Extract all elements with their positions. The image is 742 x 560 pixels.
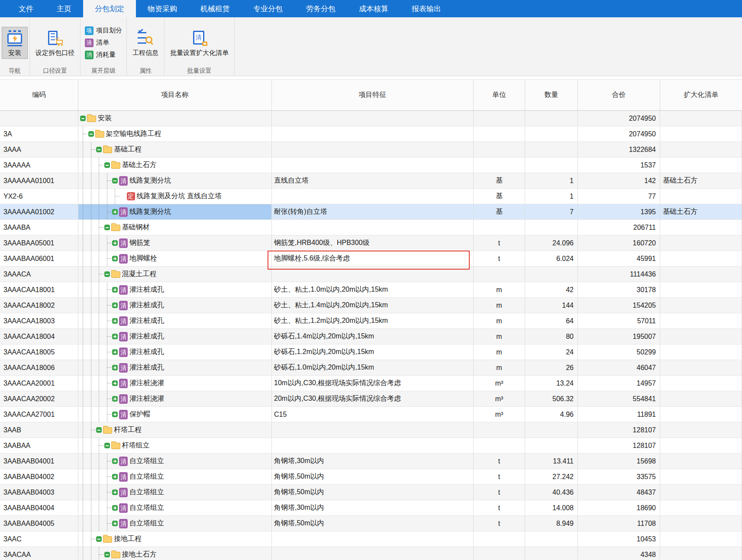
cell-expanded-list [660,313,742,328]
cell-feature: 砂土、粘土,1.0m以内,20m以内,15km [272,282,474,297]
table-row[interactable]: 安装2074950 [0,111,742,126]
expand-plus-icon[interactable] [112,521,118,526]
table-row[interactable]: 3AAACAA18001清灌注桩成孔砂土、粘土,1.0m以内,20m以内,15k… [0,282,742,298]
table-row[interactable]: 3AABAAB04005清自立塔组立角钢塔,50m以内t8.94911708 [0,516,742,531]
column-header-feature[interactable]: 项目特征 [272,80,474,110]
cell-total-price: 128107 [578,422,660,438]
expand-plus-icon[interactable] [112,334,118,339]
expand-plus-icon[interactable] [112,303,118,308]
cell-total-price: 2074950 [578,126,660,142]
table-row[interactable]: 3AABAAB04001清自立塔组立角钢塔,30m以内t13.41115698 [0,454,742,469]
table-row[interactable]: 3A架空输电线路工程2074950 [0,126,742,142]
table-row[interactable]: 3AABAAB04003清自立塔组立角钢塔,50m以内t40.43648437 [0,485,742,500]
collapse-minus-icon[interactable] [112,178,118,183]
tab-material-purchase[interactable]: 物资采购 [136,0,189,17]
table-row[interactable]: 3AAACAA20002清灌注桩浇灌20m以内,C30,根据现场实际情况综合考虑… [0,391,742,407]
expand-plus-icon[interactable] [112,240,118,246]
feature-text: 角钢塔,30m以内 [274,503,324,512]
price-text: 2074950 [629,115,656,122]
table-row[interactable]: 3AABAA杆塔组立128107 [0,438,742,454]
expand-plus-icon[interactable] [112,380,118,386]
table-row[interactable]: 3AAACAA18006清灌注桩成孔砂砾石,1.0m以内,20m以内,15kmm… [0,360,742,376]
collapse-minus-icon[interactable] [104,162,110,168]
expand-plus-icon[interactable] [112,505,118,511]
expand-plus-icon[interactable] [112,349,118,355]
quantity-text: 64 [566,317,574,325]
expand-plus-icon[interactable] [112,209,118,215]
collapse-minus-icon[interactable] [104,443,110,448]
collapse-minus-icon[interactable] [96,536,102,542]
tab-cost-accounting[interactable]: 成本核算 [347,0,400,17]
table-row[interactable]: 3AACAA接地土石方4348 [0,547,742,560]
expand-plus-icon[interactable] [112,287,118,293]
collapse-minus-icon[interactable] [96,427,102,433]
collapse-minus-icon[interactable] [104,225,110,230]
tab-file[interactable]: 文件 [7,0,45,17]
column-header-name[interactable]: 项目名称 [78,80,272,110]
cell-code [0,111,78,126]
tab-machine-rental[interactable]: 机械租赁 [189,0,242,17]
folder-icon [103,147,112,153]
cell-quantity: 24.096 [525,235,578,251]
tab-professional-subcontract[interactable]: 专业分包 [242,0,294,17]
table-row[interactable]: 3AAA基础工程1322684 [0,142,742,158]
table-row[interactable]: YX2-6定线路复测及分坑 直线自立塔基177 [0,189,742,204]
column-header-label-unit: 单位 [492,90,506,100]
list-label: 清单 [96,39,109,47]
table-row[interactable]: 3AAAAAA01002清线路复测分坑耐张(转角)自立塔基71395基础土石方 [0,204,742,220]
column-header-qty[interactable]: 数量 [525,80,578,110]
project-division-button[interactable]: 项项目划分 [85,26,122,35]
table-row[interactable]: 3AAACAA18003清灌注桩成孔砂土、粘土,1.2m以内,20m以内,15k… [0,313,742,329]
column-header-ext[interactable]: 扩大化清单 [660,80,742,110]
expand-plus-icon[interactable] [112,365,118,370]
set-unpack-caliber-button[interactable]: 设定拆包口径 [32,27,78,59]
collapse-minus-icon[interactable] [104,552,110,557]
table-row[interactable]: 3AAACAA27001清保护帽C15m³4.9611891 [0,407,742,422]
install-button[interactable]: 安装 [2,27,28,59]
expand-plus-icon[interactable] [112,474,118,480]
collapse-minus-icon[interactable] [80,116,86,121]
tab-home[interactable]: 主页 [45,0,83,17]
table-row[interactable]: 3AABAAB04004清自立塔组立角钢塔,30m以内t14.00818690 [0,500,742,516]
expand-plus-icon[interactable] [112,412,118,417]
expand-plus-icon[interactable] [112,396,118,402]
tab-report-output[interactable]: 报表输出 [400,0,453,17]
table-row[interactable]: 3AAB杆塔工程128107 [0,422,742,438]
cell-expanded-list [660,531,742,547]
column-header-code[interactable]: 编码 [0,80,78,110]
column-header-unit[interactable]: 单位 [474,80,525,110]
table-row[interactable]: 3AAACAA20001清灌注桩浇灌10m以内,C30,根据现场实际情况综合考虑… [0,376,742,391]
table-row[interactable]: 3AAAAA基础土石方1537 [0,158,742,173]
consumption-button[interactable]: 消消耗量 [85,51,122,59]
expand-plus-icon[interactable] [112,458,118,464]
table-row[interactable]: 3AAAAAA01001清线路复测分坑直线自立塔基1142基础土石方 [0,173,742,189]
table-row[interactable]: 3AAACAA18002清灌注桩成孔砂土、粘土,1.4m以内,20m以内,15k… [0,298,742,313]
expand-plus-icon[interactable] [112,256,118,261]
cell-quantity [525,111,578,126]
collapse-minus-icon[interactable] [88,131,94,137]
table-row[interactable]: 3AAABA基础钢材206711 [0,220,742,235]
collapse-minus-icon[interactable] [96,147,102,152]
expand-plus-icon[interactable] [112,489,118,495]
qing-list-icon: 清 [119,410,128,419]
table-row[interactable]: 3AAACA混凝土工程1114436 [0,267,742,282]
table-row[interactable]: 3AAC接地工程10453 [0,531,742,547]
tab-subcontract-division[interactable]: 分包划定 [83,0,136,17]
cell-feature [272,547,474,560]
collapse-minus-icon[interactable] [104,271,110,277]
expand-plus-icon[interactable] [112,318,118,324]
tab-labor-subcontract[interactable]: 劳务分包 [294,0,347,17]
batch-set-expanded-list-button[interactable]: 清批量设置扩大化清单 [166,27,232,59]
table-row[interactable]: 3AAABAA06001清地脚螺栓地脚螺栓,5.6级,综合考虑t6.024459… [0,251,742,267]
cell-expanded-list [660,282,742,297]
feature-text: 砂土、粘土,1.4m以内,20m以内,15km [274,301,388,310]
cell-expanded-list [660,220,742,235]
column-header-price[interactable]: 合价 [578,80,660,110]
table-row[interactable]: 3AAACAA18005清灌注桩成孔砂砾石,1.2m以内,20m以内,15kmm… [0,344,742,360]
qing-list-icon: 清 [119,363,128,373]
list-button[interactable]: 清清单 [85,39,122,47]
table-row[interactable]: 3AAACAA18004清灌注桩成孔砂砾石,1.4m以内,20m以内,15kmm… [0,329,742,344]
table-row[interactable]: 3AABAAB04002清自立塔组立角钢塔,50m以内t27.24233575 [0,469,742,485]
table-row[interactable]: 3AAABAA05001清钢筋笼钢筋笼,HRB400级、HPB300级t24.0… [0,235,742,251]
project-info-button[interactable]: 工程信息 [129,27,162,59]
